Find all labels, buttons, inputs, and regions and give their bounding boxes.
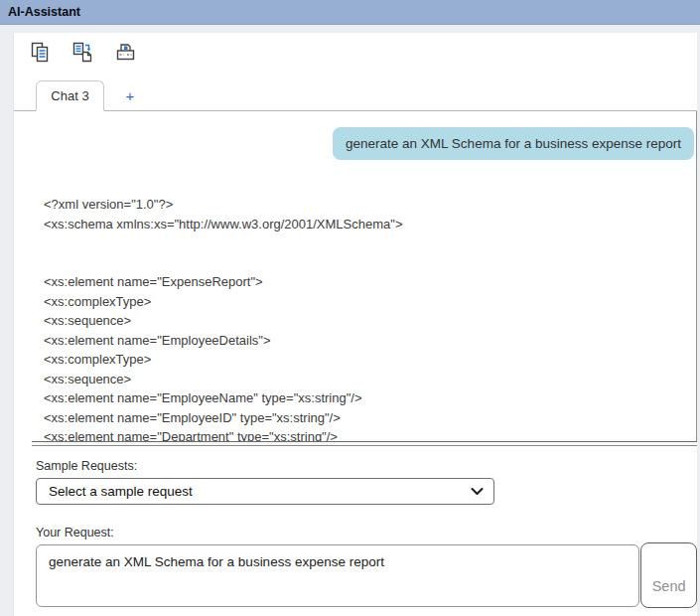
assistant-response-code: <?xml version="1.0"?> <xs:schema xmlns:x…	[44, 195, 696, 441]
chevron-down-icon	[471, 484, 484, 499]
export-to-document-icon	[72, 42, 93, 67]
archive-icon	[115, 42, 136, 67]
request-form: Sample Requests: Select a sample request…	[36, 446, 697, 608]
code-line: <xs:element name="EmployeeDetails">	[44, 331, 696, 351]
your-request-label: Your Request:	[36, 526, 697, 539]
user-message-text: generate an XML Schema for a business ex…	[346, 136, 681, 151]
chat-conversation-area: generate an XML Schema for a business ex…	[14, 111, 697, 441]
tab-strip: Chat 3 +	[14, 79, 697, 111]
code-line: <xs:complexType>	[44, 292, 696, 312]
code-line	[44, 253, 696, 273]
sample-request-select[interactable]: Select a sample request	[36, 478, 494, 505]
sample-request-selected-value: Select a sample request	[49, 484, 193, 499]
tab-label: Chat 3	[51, 88, 88, 103]
panel-titlebar: AI-Assistant	[0, 0, 700, 25]
toolbar	[29, 43, 136, 65]
request-row: generate an XML Schema for a business ex…	[36, 544, 697, 608]
request-input[interactable]: generate an XML Schema for a business ex…	[36, 544, 639, 607]
code-line: <xs:sequence>	[44, 311, 696, 331]
export-button[interactable]	[71, 43, 93, 65]
code-line: <?xml version="1.0"?>	[44, 195, 696, 215]
code-line: <xs:element name="Department" type="xs:s…	[44, 427, 696, 441]
copy-button[interactable]	[29, 43, 51, 65]
ai-assistant-panel: Chat 3 + generate an XML Schema for a bu…	[13, 33, 697, 616]
send-button[interactable]: Send	[640, 542, 697, 608]
plus-icon: +	[126, 87, 135, 104]
sample-requests-label: Sample Requests:	[36, 459, 697, 473]
new-chat-button[interactable]: +	[117, 87, 143, 104]
code-line: <xs:element name="EmployeeName" type="xs…	[44, 388, 696, 408]
archive-button[interactable]	[114, 43, 136, 65]
code-line: <xs:complexType>	[44, 350, 696, 370]
panel-title: AI-Assistant	[8, 5, 80, 19]
copy-icon	[31, 42, 50, 67]
code-line: <xs:element name="ExpenseReport">	[44, 272, 696, 292]
code-line: <xs:sequence>	[44, 370, 696, 389]
code-line	[44, 233, 696, 253]
tab-chat-3[interactable]: Chat 3	[36, 80, 104, 111]
code-line: <xs:element name="EmployeeID" type="xs:s…	[44, 408, 696, 428]
send-button-label: Send	[652, 578, 686, 594]
code-line: <xs:schema xmlns:xs="http://www.w3.org/2…	[44, 215, 696, 234]
user-message-bubble: generate an XML Schema for a business ex…	[333, 127, 694, 160]
